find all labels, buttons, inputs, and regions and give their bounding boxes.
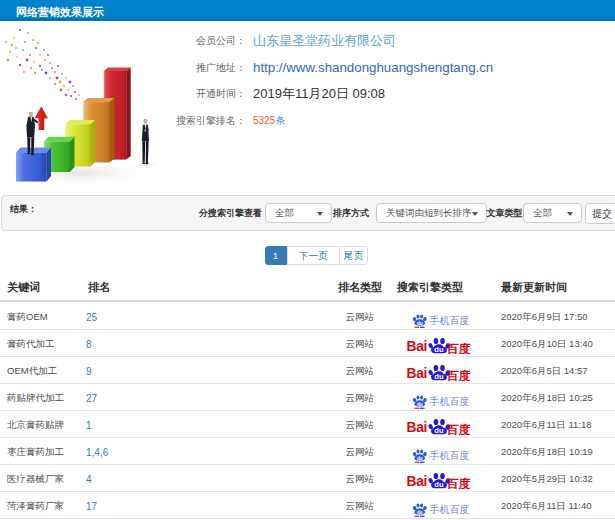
svg-text:du: du — [417, 401, 423, 406]
svg-text:Bai: Bai — [407, 339, 427, 354]
svg-text:Bai: Bai — [407, 420, 427, 435]
svg-text:百度: 百度 — [445, 477, 470, 489]
svg-text:百度: 百度 — [445, 423, 470, 435]
svg-text:du: du — [417, 509, 423, 514]
svg-text:du: du — [434, 480, 444, 489]
svg-text:Bai: Bai — [407, 366, 427, 381]
svg-text:百度: 百度 — [445, 342, 470, 354]
svg-text:Bai: Bai — [407, 474, 427, 489]
svg-text:du: du — [417, 455, 423, 460]
svg-text:du: du — [434, 345, 444, 354]
svg-text:du: du — [434, 372, 444, 381]
svg-text:百度: 百度 — [445, 369, 470, 381]
svg-text:du: du — [417, 320, 423, 325]
svg-text:du: du — [434, 426, 444, 435]
